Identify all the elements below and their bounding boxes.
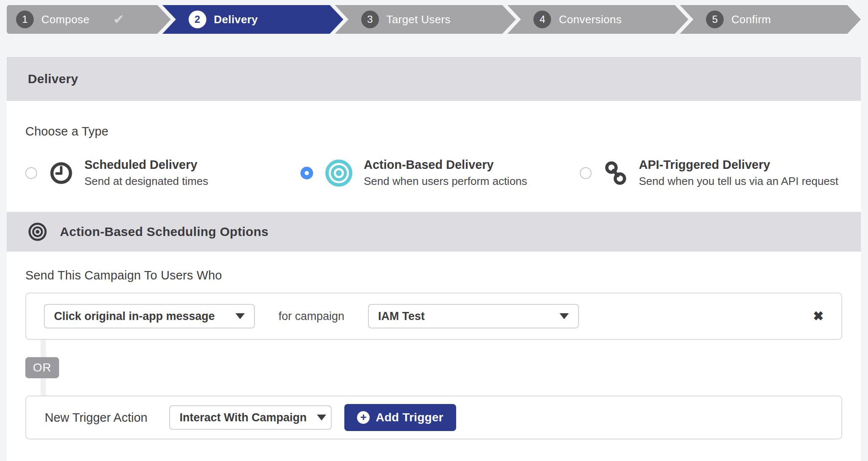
step-number: 4 xyxy=(540,14,545,25)
step-label: Compose xyxy=(41,13,89,26)
step-number-badge: 5 xyxy=(706,11,724,28)
option-action-based-delivery: Action-Based Delivery Send when users pe… xyxy=(300,158,580,188)
step-label: Confirm xyxy=(731,13,771,26)
step-number-badge: 3 xyxy=(361,11,379,28)
option-title: API-Triggered Delivery xyxy=(639,158,838,172)
step-delivery[interactable]: 2 Delivery xyxy=(162,5,343,34)
option-subtitle: Send when users perform actions xyxy=(364,175,527,188)
new-trigger-label: New Trigger Action xyxy=(45,411,147,425)
scheduling-options-header: Action-Based Scheduling Options xyxy=(7,212,861,252)
option-text: Action-Based Delivery Send when users pe… xyxy=(364,158,527,188)
delivery-panel: Delivery Choose a Type Scheduled Deliver… xyxy=(7,57,861,461)
scheduled-delivery-radio[interactable] xyxy=(25,167,37,179)
step-target-users[interactable]: 3 Target Users xyxy=(335,5,516,34)
chevron-down-icon xyxy=(560,313,569,319)
campaign-select[interactable]: IAM Test xyxy=(368,304,579,328)
target-icon xyxy=(325,159,353,187)
step-number-badge: 2 xyxy=(189,11,206,28)
trigger-action-value: Click original in-app message xyxy=(54,310,215,323)
delivery-type-options: Scheduled Delivery Send at designated ti… xyxy=(25,158,842,188)
step-number: 3 xyxy=(367,14,373,25)
wizard-stepper: 1 Compose ✔ 2 Delivery 3 Target Users 4 … xyxy=(7,5,861,34)
new-trigger-action-value: Interact With Campaign xyxy=(179,411,306,424)
step-number-badge: 1 xyxy=(16,11,34,28)
plus-circle-icon: + xyxy=(357,411,370,424)
step-number: 1 xyxy=(22,14,27,25)
option-api-triggered-delivery: API-Triggered Delivery Send when you tel… xyxy=(580,158,842,188)
option-subtitle: Send at designated times xyxy=(84,175,208,188)
choose-type-section: Choose a Type Scheduled Delivery Send at… xyxy=(7,101,861,212)
step-number-badge: 4 xyxy=(533,11,551,28)
chain-link-icon xyxy=(603,161,628,185)
step-label: Conversions xyxy=(559,13,622,26)
check-icon: ✔ xyxy=(113,11,124,27)
option-title: Scheduled Delivery xyxy=(84,158,208,172)
add-trigger-button-label: Add Trigger xyxy=(376,411,443,424)
campaign-select-value: IAM Test xyxy=(378,310,425,323)
for-campaign-text: for campaign xyxy=(279,310,344,323)
option-subtitle: Send when you tell us via an API request xyxy=(639,175,838,188)
step-number: 5 xyxy=(712,14,718,25)
step-number: 2 xyxy=(195,14,200,25)
step-conversions[interactable]: 4 Conversions xyxy=(507,5,688,34)
choose-type-label: Choose a Type xyxy=(25,125,842,138)
remove-trigger-icon[interactable]: ✖ xyxy=(813,310,824,323)
option-text: Scheduled Delivery Send at designated ti… xyxy=(84,158,208,188)
new-trigger-action-select[interactable]: Interact With Campaign xyxy=(169,405,332,430)
or-connector: OR xyxy=(25,340,842,396)
step-confirm[interactable]: 5 Confirm xyxy=(680,5,861,34)
add-trigger-button[interactable]: + Add Trigger xyxy=(344,404,456,431)
step-label: Delivery xyxy=(214,13,258,26)
panel-header: Delivery xyxy=(7,57,861,101)
api-triggered-delivery-radio[interactable] xyxy=(580,167,592,179)
trigger-row: Click original in-app message for campai… xyxy=(25,293,842,340)
chevron-down-icon xyxy=(317,415,326,420)
trigger-action-select[interactable]: Click original in-app message xyxy=(44,304,255,328)
option-title: Action-Based Delivery xyxy=(364,158,527,172)
scheduling-options-title: Action-Based Scheduling Options xyxy=(60,225,268,239)
panel-title: Delivery xyxy=(28,72,78,86)
option-text: API-Triggered Delivery Send when you tel… xyxy=(639,158,838,188)
trigger-builder-section: Send This Campaign To Users Who Click or… xyxy=(7,252,861,439)
clock-icon xyxy=(49,161,73,185)
target-icon xyxy=(28,222,47,241)
chevron-down-icon xyxy=(235,313,245,319)
trigger-builder-label: Send This Campaign To Users Who xyxy=(25,268,842,282)
step-compose[interactable]: 1 Compose ✔ xyxy=(7,5,171,34)
step-label: Target Users xyxy=(387,13,451,26)
or-badge: OR xyxy=(25,357,59,378)
action-based-delivery-radio[interactable] xyxy=(300,167,313,179)
option-scheduled-delivery: Scheduled Delivery Send at designated ti… xyxy=(25,158,300,188)
new-trigger-row: New Trigger Action Interact With Campaig… xyxy=(25,396,842,439)
